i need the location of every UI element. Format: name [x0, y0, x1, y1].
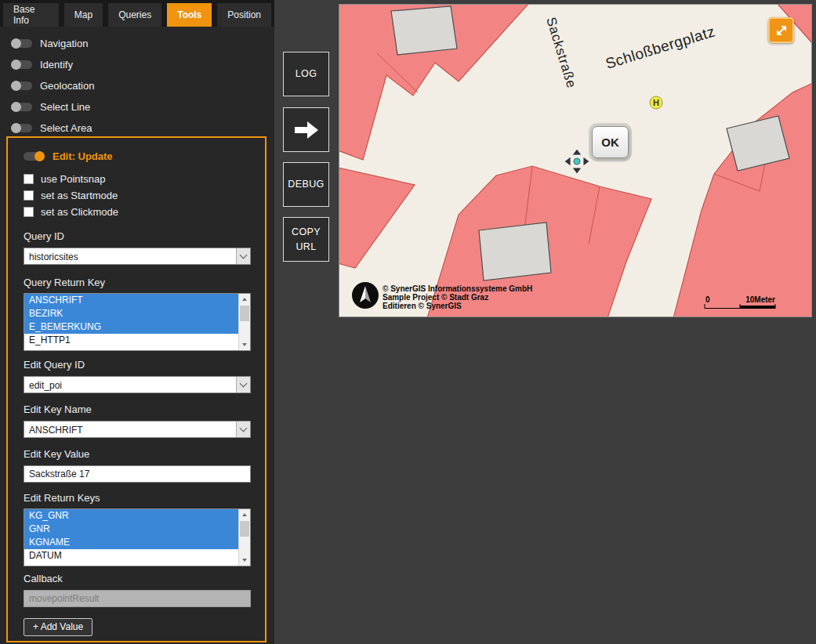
use-pointsnap-row[interactable]: use Pointsnap: [24, 173, 251, 185]
edit-return-keys-listbox[interactable]: KG_GNR GNR KGNAME DATUM: [24, 508, 251, 566]
list-item[interactable]: E_HTTP1: [24, 334, 238, 347]
set-startmode-row[interactable]: set as Startmode: [24, 190, 251, 201]
query-id-select[interactable]: historicsites: [24, 248, 251, 265]
use-pointsnap-checkbox[interactable]: [24, 174, 34, 184]
forward-button[interactable]: [283, 107, 329, 152]
query-return-key-label: Query Return Key: [24, 277, 251, 288]
toggle-knob: [11, 102, 21, 112]
query-return-key-listbox[interactable]: ANSCHRIFT BEZIRK E_BEMERKUNG E_HTTP1: [24, 293, 251, 351]
set-clickmode-row[interactable]: set as Clickmode: [24, 206, 251, 218]
action-button-column: LOG DEBUG COPY URL: [283, 52, 329, 272]
map-view[interactable]: Sackstraße Schloßbergplatz H © SynerGIS …: [339, 4, 812, 317]
toggle-row-select-area: Select Area: [11, 122, 274, 133]
tab-tools[interactable]: Tools: [167, 3, 212, 27]
edit-update-title: Edit: Update: [53, 150, 113, 162]
listbox-items: ANSCHRIFT BEZIRK E_BEMERKUNG E_HTTP1: [24, 294, 238, 350]
scrollbar-thumb[interactable]: [240, 521, 249, 537]
query-id-label: Query ID: [24, 230, 251, 242]
list-item[interactable]: GNR: [24, 523, 238, 536]
list-item[interactable]: E_BEMERKUNG: [24, 320, 238, 334]
tool-toggle-list: Navigation Identify Geolocation Select L…: [0, 27, 274, 133]
arrow-down-icon: [242, 559, 247, 562]
scrollbar-up-button[interactable]: [239, 509, 250, 520]
edit-update-toggle[interactable]: [24, 152, 45, 161]
list-item[interactable]: DATUM: [24, 549, 238, 563]
identify-toggle[interactable]: [11, 60, 32, 69]
attribution-line: © SynerGIS Informationssysteme GmbH: [383, 284, 532, 293]
navigation-label: Navigation: [40, 38, 88, 49]
set-clickmode-checkbox[interactable]: [24, 207, 34, 217]
toggle-row-navigation: Navigation: [11, 38, 274, 49]
list-item[interactable]: ANSCHRIFT: [24, 294, 238, 307]
edit-key-name-select[interactable]: ANSCHRIFT: [24, 421, 251, 438]
geolocation-label: Geolocation: [40, 80, 94, 92]
toggle-knob: [11, 60, 21, 70]
scale-end-label: 10Meter: [745, 295, 775, 304]
tab-map[interactable]: Map: [64, 3, 103, 27]
toggle-knob: [11, 38, 21, 49]
scrollbar-thumb[interactable]: [240, 306, 249, 321]
attribution-line: Sample Project © Stadt Graz: [383, 293, 488, 302]
attribution-line: Editieren © SynerGIS: [383, 302, 462, 310]
ok-button[interactable]: OK: [592, 126, 629, 158]
callback-label: Callback: [24, 573, 251, 584]
toggle-knob: [34, 151, 45, 161]
edit-update-header: Edit: Update: [24, 150, 251, 162]
toggle-knob: [11, 123, 21, 133]
gray-building: [391, 6, 457, 55]
edit-key-value-input[interactable]: [24, 465, 251, 483]
select-line-toggle[interactable]: [11, 103, 32, 111]
expand-button[interactable]: [768, 17, 794, 43]
edit-key-name-dropdown-button[interactable]: [236, 421, 250, 437]
debug-button[interactable]: DEBUG: [283, 162, 329, 207]
log-button[interactable]: LOG: [283, 52, 329, 96]
arrow-up-icon: [242, 298, 247, 301]
chevron-down-icon: [240, 251, 248, 259]
navigation-toggle[interactable]: [11, 39, 32, 48]
edit-query-id-select[interactable]: edit_poi: [24, 376, 251, 393]
select-area-toggle[interactable]: [11, 124, 32, 132]
select-area-label: Select Area: [40, 122, 92, 134]
list-item[interactable]: KGNAME: [24, 536, 238, 549]
scrollbar-down-button[interactable]: [239, 555, 250, 566]
scrollbar[interactable]: [238, 509, 250, 566]
scrollbar[interactable]: [238, 294, 250, 350]
chevron-down-icon: [240, 425, 248, 432]
copy-url-button[interactable]: COPY URL: [283, 217, 329, 262]
set-startmode-checkbox[interactable]: [24, 190, 34, 201]
tab-base-info[interactable]: Base Info: [3, 3, 59, 27]
edit-query-id-label: Edit Query ID: [24, 359, 251, 371]
set-clickmode-label: set as Clickmode: [41, 206, 118, 218]
identify-label: Identify: [40, 59, 73, 71]
callback-input: [24, 590, 251, 607]
listbox-items: KG_GNR GNR KGNAME DATUM: [24, 509, 238, 566]
use-pointsnap-label: use Pointsnap: [41, 173, 105, 185]
arrow-down-icon: [242, 343, 247, 346]
gray-building: [479, 223, 551, 280]
list-item[interactable]: KG_GNR: [24, 509, 238, 523]
toggle-row-geolocation: Geolocation: [11, 80, 274, 91]
chevron-down-icon: [240, 380, 248, 388]
arrow-up-icon: [242, 513, 247, 516]
edit-key-name-value: ANSCHRIFT: [24, 421, 236, 437]
tab-queries[interactable]: Queries: [108, 3, 161, 27]
hydrant-marker: H: [650, 96, 662, 109]
set-startmode-label: set as Startmode: [41, 190, 118, 201]
edit-return-keys-label: Edit Return Keys: [24, 492, 251, 504]
scrollbar-up-button[interactable]: [239, 294, 250, 305]
tools-sidebar: Base Info Map Queries Tools Position Nav…: [0, 0, 274, 644]
list-item[interactable]: BEZIRK: [24, 307, 238, 320]
tab-position[interactable]: Position: [217, 3, 271, 27]
geolocation-toggle[interactable]: [11, 81, 32, 90]
query-id-dropdown-button[interactable]: [236, 248, 250, 264]
toggle-row-identify: Identify: [11, 59, 274, 70]
scrollbar-down-button[interactable]: [239, 339, 250, 350]
north-arrow-icon: [352, 282, 379, 309]
edit-update-panel: Edit: Update use Pointsnap set as Startm…: [6, 136, 267, 642]
map-canvas: Sackstraße Schloßbergplatz H © SynerGIS …: [339, 5, 811, 317]
edit-query-id-dropdown-button[interactable]: [236, 377, 250, 393]
edit-checkbox-group: use Pointsnap set as Startmode set as Cl…: [24, 173, 251, 218]
add-value-button[interactable]: + Add Value: [24, 618, 92, 636]
expand-arrows-icon: [774, 23, 789, 38]
arrow-right-icon: [293, 120, 320, 140]
